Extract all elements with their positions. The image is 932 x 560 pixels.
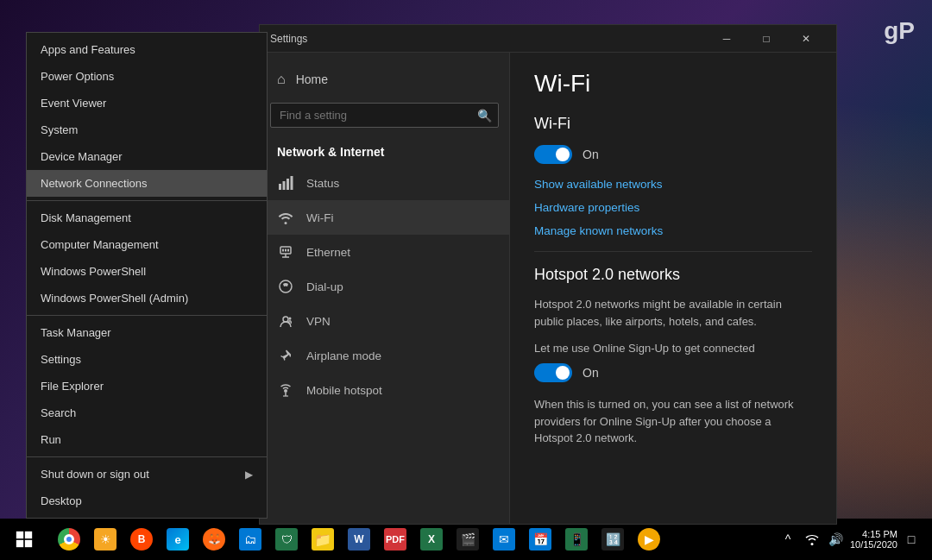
svg-point-10 <box>280 280 292 293</box>
context-divider-2 <box>27 315 267 316</box>
context-item-disk[interactable]: Disk Management <box>27 204 267 231</box>
svg-point-12 <box>289 318 292 320</box>
nav-item-airplane[interactable]: Airplane mode <box>260 338 509 373</box>
context-item-settings[interactable]: Settings <box>27 346 267 373</box>
gp-logo: gP <box>884 17 915 45</box>
svg-rect-0 <box>279 184 281 190</box>
svg-rect-2 <box>287 179 289 190</box>
mobile-hotspot-icon <box>277 381 294 399</box>
nav-item-wifi[interactable]: Wi-Fi <box>260 200 509 235</box>
nav-home-label: Home <box>296 72 328 86</box>
context-item-shutdown[interactable]: Shut down or sign out ▶ <box>27 461 267 488</box>
system-clock[interactable]: 4:15 PM 10/15/2020 <box>850 529 897 550</box>
taskbar-calculator-icon[interactable]: 🔢 <box>595 519 630 560</box>
context-item-desktop[interactable]: Desktop <box>27 488 267 514</box>
home-icon: ⌂ <box>277 72 286 87</box>
manage-networks-link[interactable]: Manage known networks <box>534 224 812 237</box>
minimize-button[interactable]: ─ <box>707 25 746 53</box>
search-input[interactable] <box>270 103 499 128</box>
svg-rect-7 <box>282 249 284 252</box>
context-item-file-explorer[interactable]: File Explorer <box>27 373 267 400</box>
context-item-network-connections[interactable]: Network Connections <box>27 170 267 197</box>
context-item-system[interactable]: System <box>27 116 267 143</box>
tray-up-arrow[interactable]: ^ <box>778 529 798 550</box>
settings-window: Settings ─ □ ✕ ⌂ Home 🔍 Network & Intern… <box>259 24 837 525</box>
context-item-device-manager[interactable]: Device Manager <box>27 143 267 170</box>
taskbar-pdf-icon[interactable]: PDF <box>378 519 412 560</box>
svg-rect-8 <box>285 249 287 252</box>
taskbar-search-icon[interactable]: ☀ <box>88 519 123 560</box>
taskbar-calendar-icon[interactable]: 📅 <box>523 519 557 560</box>
context-menu: Apps and Features Power Options Event Vi… <box>26 32 268 519</box>
when-turned-on-text: When this is turned on, you can see a li… <box>534 396 812 447</box>
nav-item-dialup[interactable]: Dial-up <box>260 269 509 304</box>
context-item-eventviewer[interactable]: Event Viewer <box>27 90 267 116</box>
taskbar-folder-icon[interactable]: 📁 <box>305 519 340 560</box>
nav-item-hotspot[interactable]: Mobile hotspot <box>260 373 509 407</box>
show-networks-link[interactable]: Show available networks <box>534 178 812 191</box>
maximize-button[interactable]: □ <box>746 25 786 53</box>
content-divider <box>534 251 812 252</box>
close-button[interactable]: ✕ <box>786 25 826 53</box>
taskbar-excel-icon[interactable]: X <box>414 519 449 560</box>
taskbar-vlc-icon[interactable]: ▶ <box>632 519 666 560</box>
context-item-search[interactable]: Search <box>27 400 267 426</box>
tray-network-icon[interactable] <box>802 529 822 550</box>
svg-point-15 <box>284 389 287 393</box>
nav-item-hotspot-label: Mobile hotspot <box>306 384 382 397</box>
window-title: Settings <box>270 33 707 45</box>
context-item-power[interactable]: Power Options <box>27 63 267 90</box>
content-page-title: Wi-Fi <box>534 70 812 98</box>
taskbar-brave-icon[interactable]: B <box>124 519 159 560</box>
svg-point-11 <box>283 317 288 322</box>
hotspot-toggle-row: On <box>534 363 812 382</box>
hardware-properties-link[interactable]: Hardware properties <box>534 201 812 214</box>
nav-item-airplane-label: Airplane mode <box>306 349 381 362</box>
hotspot-section-title: Hotspot 2.0 networks <box>534 266 812 284</box>
taskbar-phone-icon[interactable]: 📱 <box>559 519 594 560</box>
taskbar-word-icon[interactable]: W <box>342 519 376 560</box>
context-divider-3 <box>27 456 267 457</box>
hotspot-toggle-label: On <box>582 366 599 380</box>
wifi-toggle-row: On <box>534 145 812 164</box>
taskbar-security-icon[interactable]: 🛡 <box>269 519 304 560</box>
context-item-powershell[interactable]: Windows PowerShell <box>27 258 267 285</box>
tray-notification-icon[interactable]: □ <box>901 529 922 550</box>
taskbar-edge-icon[interactable]: e <box>161 519 195 560</box>
tray-volume-icon[interactable]: 🔊 <box>826 529 847 550</box>
context-item-powershell-admin[interactable]: Windows PowerShell (Admin) <box>27 285 267 311</box>
nav-item-dialup-label: Dial-up <box>306 280 343 293</box>
nav-item-vpn[interactable]: VPN <box>260 304 509 338</box>
hotspot-toggle[interactable] <box>534 363 572 382</box>
taskbar-files-icon[interactable]: 🗂 <box>233 519 268 560</box>
nav-section-title: Network & Internet <box>260 135 509 166</box>
nav-item-ethernet[interactable]: Ethernet <box>260 235 509 269</box>
wifi-section-title: Wi-Fi <box>534 115 812 133</box>
nav-item-wifi-label: Wi-Fi <box>306 211 333 224</box>
context-item-computer-mgmt[interactable]: Computer Management <box>27 231 267 258</box>
nav-item-status[interactable]: Status <box>260 166 509 200</box>
context-item-task-manager[interactable]: Task Manager <box>27 319 267 346</box>
svg-rect-1 <box>283 181 286 190</box>
let-me-text: Let me use Online Sign-Up to get connect… <box>534 342 812 355</box>
taskbar-chrome-icon[interactable] <box>52 519 86 560</box>
nav-item-status-label: Status <box>306 177 339 190</box>
settings-nav: ⌂ Home 🔍 Network & Internet <box>260 53 510 524</box>
context-item-apps[interactable]: Apps and Features <box>27 36 267 63</box>
svg-rect-20 <box>16 540 23 547</box>
nav-home-item[interactable]: ⌂ Home <box>260 63 509 96</box>
taskbar-firefox-icon[interactable]: 🦊 <box>197 519 231 560</box>
nav-item-ethernet-label: Ethernet <box>306 246 350 259</box>
ethernet-icon <box>277 243 294 261</box>
submenu-arrow-icon: ▶ <box>245 469 253 481</box>
taskbar-pinned-apps: ☀ B e 🦊 🗂 🛡 📁 W PDF X 🎬 <box>52 519 666 560</box>
hotspot-description: Hotspot 2.0 networks might be available … <box>534 296 812 330</box>
context-item-run[interactable]: Run <box>27 426 267 453</box>
windows-logo-icon <box>16 531 33 548</box>
taskbar-tray: ^ 🔊 4:15 PM 10/15/2020 □ <box>778 529 929 550</box>
taskbar-mail-icon[interactable]: ✉ <box>487 519 521 560</box>
dialup-icon <box>277 278 294 295</box>
start-button[interactable] <box>3 519 45 560</box>
wifi-toggle[interactable] <box>534 145 572 164</box>
taskbar-media-icon[interactable]: 🎬 <box>450 519 485 560</box>
